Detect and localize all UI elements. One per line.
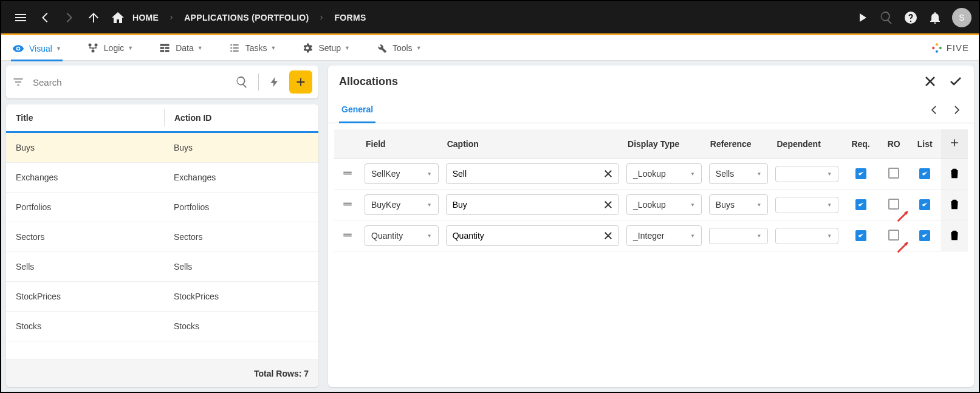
menu-logic[interactable]: Logic▼ xyxy=(86,39,134,56)
fields-grid-wrap: Field Caption Display Type Reference Dep… xyxy=(328,123,974,387)
checkbox[interactable] xyxy=(855,168,866,179)
breadcrumb-forms[interactable]: FORMS xyxy=(334,13,366,22)
dropdown[interactable]: ▼ xyxy=(775,228,838,244)
confirm-icon[interactable] xyxy=(948,74,963,89)
brand-label: FIVE xyxy=(947,43,969,53)
row-title: Sectors xyxy=(6,222,164,251)
dropdown[interactable]: BuyKey▼ xyxy=(365,194,439,215)
left-pane: Title Action ID BuysBuysExchangesExchang… xyxy=(1,61,323,392)
next-icon[interactable] xyxy=(951,104,963,116)
back-icon[interactable] xyxy=(38,10,52,25)
dropdown[interactable]: ▼ xyxy=(775,166,838,182)
search-icon[interactable] xyxy=(235,75,248,89)
dropdown[interactable]: Buys▼ xyxy=(709,194,769,215)
checkbox[interactable] xyxy=(888,230,899,241)
menu-setup[interactable]: Setup▼ xyxy=(300,39,351,56)
dropdown[interactable]: SellKey▼ xyxy=(365,163,439,184)
help-icon[interactable] xyxy=(903,10,918,25)
row-title: Sells xyxy=(6,252,164,281)
clear-icon[interactable] xyxy=(603,199,614,210)
add-row-icon[interactable] xyxy=(948,137,961,149)
drag-handle-icon[interactable] xyxy=(342,168,353,179)
dropdown[interactable]: Sells▼ xyxy=(709,163,769,184)
checkbox[interactable] xyxy=(919,230,930,241)
row-action-id: Sectors xyxy=(164,222,318,251)
detail-header: Allocations xyxy=(328,66,974,97)
dropdown[interactable]: _Integer▼ xyxy=(626,225,702,246)
delete-icon[interactable] xyxy=(948,167,961,179)
tab-general[interactable]: General xyxy=(339,97,375,123)
play-icon[interactable] xyxy=(855,10,869,25)
drag-handle-icon[interactable] xyxy=(342,230,353,241)
up-icon[interactable] xyxy=(86,10,101,25)
caption-input[interactable] xyxy=(446,194,619,215)
row-title: StockPrices xyxy=(6,282,164,311)
svg-point-0 xyxy=(88,43,91,46)
caption-field[interactable] xyxy=(451,230,603,242)
dropdown[interactable]: _Lookup▼ xyxy=(626,194,702,215)
caption-field[interactable] xyxy=(451,199,603,211)
menu-visual[interactable]: Visual▼ xyxy=(11,40,63,61)
col-dependent: Dependent xyxy=(772,129,842,159)
delete-icon[interactable] xyxy=(948,198,961,210)
clear-icon[interactable] xyxy=(603,230,614,241)
forms-table-header: Title Action ID xyxy=(6,104,318,133)
table-row[interactable]: BuysBuys xyxy=(6,133,318,163)
hamburger-icon[interactable] xyxy=(13,10,28,25)
menu-tasks[interactable]: Tasks▼ xyxy=(227,39,278,56)
caption-input[interactable] xyxy=(446,163,619,184)
home-icon[interactable] xyxy=(111,10,125,25)
table-row[interactable]: ExchangesExchanges xyxy=(6,163,318,193)
menu-data[interactable]: Data▼ xyxy=(157,39,204,56)
dropdown[interactable]: ▼ xyxy=(709,228,769,244)
col-list: List xyxy=(908,129,941,159)
row-title: Exchanges xyxy=(6,163,164,192)
table-row[interactable]: StockPricesStockPrices xyxy=(6,282,318,312)
checkbox[interactable] xyxy=(855,199,866,210)
table-icon xyxy=(159,42,171,54)
breadcrumb-applications[interactable]: APPLICATIONS (PORTFOLIO) xyxy=(184,13,309,22)
row-title: Portfolios xyxy=(6,193,164,222)
row-title: Buys xyxy=(6,133,164,162)
dropdown[interactable]: ▼ xyxy=(775,197,838,213)
close-icon[interactable] xyxy=(923,74,937,89)
menu-tools-label: Tools xyxy=(392,43,413,53)
breadcrumb-home[interactable]: HOME xyxy=(132,13,159,22)
chevron-right-icon xyxy=(318,13,324,22)
caption-input[interactable] xyxy=(446,225,619,246)
search-input[interactable] xyxy=(30,72,230,92)
add-button[interactable] xyxy=(289,70,312,94)
caption-field[interactable] xyxy=(451,168,603,180)
top-bar: HOME APPLICATIONS (PORTFOLIO) FORMS S xyxy=(1,1,979,35)
page-title: Allocations xyxy=(339,75,912,88)
checkbox[interactable] xyxy=(888,199,899,210)
checkbox[interactable] xyxy=(888,168,899,179)
menu-tools[interactable]: Tools▼ xyxy=(374,39,423,56)
col-action-id[interactable]: Action ID xyxy=(165,104,318,131)
col-field: Field xyxy=(361,129,442,159)
forward-icon xyxy=(62,10,77,25)
table-row[interactable]: SellsSells xyxy=(6,252,318,282)
checkbox[interactable] xyxy=(919,168,930,179)
checkbox[interactable] xyxy=(919,199,930,210)
clear-icon[interactable] xyxy=(603,168,614,179)
bell-icon[interactable] xyxy=(928,10,942,25)
col-display-type: Display Type xyxy=(623,129,705,159)
drag-handle-icon[interactable] xyxy=(342,199,353,210)
filter-icon[interactable] xyxy=(12,76,24,88)
search-icon[interactable] xyxy=(879,10,894,25)
menu-logic-label: Logic xyxy=(104,43,124,53)
table-row[interactable]: SectorsSectors xyxy=(6,222,318,252)
tab-bar: General xyxy=(328,97,974,123)
avatar[interactable]: S xyxy=(952,8,971,27)
table-row[interactable]: StocksStocks xyxy=(6,312,318,341)
dropdown[interactable]: Quantity▼ xyxy=(365,225,439,246)
chevron-right-icon xyxy=(168,13,174,22)
checkbox[interactable] xyxy=(855,230,866,241)
delete-icon[interactable] xyxy=(948,229,961,241)
dropdown[interactable]: _Lookup▼ xyxy=(626,163,702,184)
bolt-icon[interactable] xyxy=(269,76,281,88)
col-title[interactable]: Title xyxy=(6,104,164,131)
prev-icon[interactable] xyxy=(928,104,940,116)
table-row[interactable]: PortfoliosPortfolios xyxy=(6,193,318,222)
